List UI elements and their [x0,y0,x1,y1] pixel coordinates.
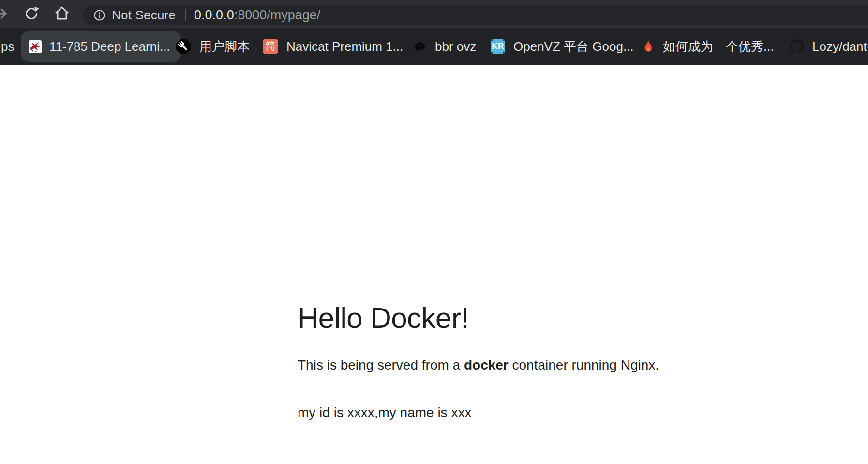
bookmark-label: 11-785 Deep Learni... [49,39,170,54]
id-name-line: my id is xxxx,my name is xxx [298,405,471,420]
served-from-prefix: This is being served from a [298,357,464,372]
flame-icon [642,39,655,54]
page-title: Hello Docker! [298,301,469,335]
info-icon[interactable] [94,10,105,21]
docker-bold-word: docker [464,357,509,372]
github-icon [790,39,804,54]
bookmark-label: 如何成为一个优秀... [663,38,774,55]
reload-icon [23,5,40,23]
bookmark-11-785[interactable]: 11-785 Deep Learni... [21,31,181,62]
bookmark-userscripts[interactable]: 用户脚本 [176,28,250,65]
served-from-suffix: container running Nginx. [509,357,659,372]
bookmark-label: Lozy/dante [812,39,868,54]
security-status-label: Not Secure [112,8,176,23]
bookmark-bbr-ovz[interactable]: bbr ovz [413,28,476,65]
cardinal-bird-favicon [29,40,42,53]
bookmarks-bar: ps 11-785 Deep Learni... [0,28,868,65]
omnibox-separator [185,9,186,21]
bookmark-label: bbr ovz [435,39,476,54]
served-from-line: This is being served from a docker conta… [298,357,659,373]
openvz-kr-favicon: KR [491,39,505,54]
forward-arrow-icon [0,5,9,24]
bookmark-label: 用户脚本 [199,38,250,55]
forward-button[interactable] [0,0,9,28]
address-bar[interactable]: Not Secure 0.0.0.0:8000/mypage/ [83,5,868,25]
bookmark-label: OpenVZ 平台 Goog... [513,38,634,55]
url-text[interactable]: 0.0.0.0:8000/mypage/ [194,8,320,23]
url-host: 0.0.0.0 [194,8,234,22]
black-silhouette-favicon [413,40,427,53]
page-content: Hello Docker! This is being served from … [0,65,868,464]
bookmark-article[interactable]: 如何成为一个优秀... [642,28,774,65]
bookmark-label: Navicat Premium 1... [286,39,403,54]
bookmark-github-repo[interactable]: Lozy/dante [790,28,868,65]
home-button[interactable] [52,0,72,28]
greasyfork-favicon [176,39,191,54]
bookmark-openvz[interactable]: KR OpenVZ 平台 Goog... [491,28,634,65]
url-path: :8000/mypage/ [234,8,321,22]
bookmark-navicat[interactable]: 简 Navicat Premium 1... [263,28,403,65]
kr-glyph: KR [492,39,504,54]
apps-shortcut-partial[interactable]: ps [1,28,14,65]
home-icon [53,5,71,24]
jianshu-favicon: 简 [263,39,278,54]
browser-window: Not Secure 0.0.0.0:8000/mypage/ ps 11-78… [0,0,868,464]
browser-toolbar: Not Secure 0.0.0.0:8000/mypage/ [0,0,868,28]
reload-button[interactable] [22,0,41,28]
